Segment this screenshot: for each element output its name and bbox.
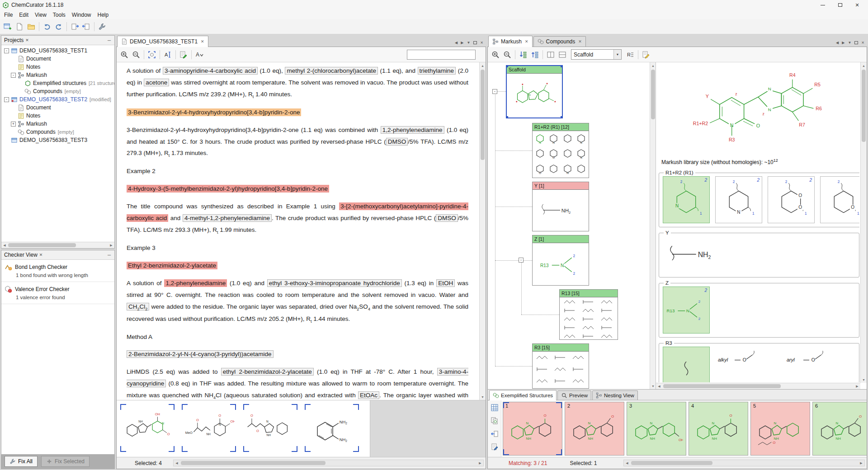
open-folder-button[interactable] (25, 21, 37, 33)
font-size-button[interactable]: A (193, 49, 205, 61)
rgroup-variant-thumb[interactable] (582, 299, 595, 306)
scroll-left-icon[interactable]: ◀ (656, 383, 662, 389)
rgroup-variant-thumb[interactable] (582, 316, 595, 324)
entity-annotation[interactable]: EtOAc (358, 391, 379, 399)
tab-close-icon[interactable]: ✕ (525, 39, 528, 44)
scroll-down-icon[interactable]: ▼ (650, 383, 656, 389)
entity-annotation[interactable]: 1,2-phenylenediamine (381, 126, 444, 134)
rgroup-variant-card[interactable]: R13N222 (663, 287, 710, 334)
scrollbar-thumb[interactable] (631, 461, 712, 465)
entity-annotation[interactable]: ethyl 2-benzimidazol-2-ylacetate (221, 368, 314, 376)
zoom-in-button[interactable] (490, 49, 501, 61)
rgroup-variant-thumb[interactable] (582, 333, 595, 339)
rgroup-variant-card[interactable]: N212 (663, 176, 710, 223)
rgroup-variant-thumb[interactable] (536, 354, 549, 362)
menu-edit[interactable]: Edit (16, 11, 32, 19)
rgroup-variant-thumb[interactable] (600, 333, 614, 339)
rgroup-variant-card[interactable]: OO212 (768, 176, 815, 223)
tab-scroll-right-icon[interactable]: ▶ (842, 41, 844, 45)
menu-view[interactable]: View (32, 11, 50, 19)
tree-item-notes[interactable]: Notes (1, 112, 114, 120)
expand-icon[interactable]: + (11, 122, 16, 127)
rgroup-variant-thumb[interactable] (536, 366, 549, 374)
rgroup-variant-thumb[interactable] (554, 378, 567, 385)
rgroup-variant-thumb[interactable]: N (562, 163, 573, 176)
entity-annotation[interactable]: triethylamine (418, 67, 456, 75)
text-select-button[interactable]: A (162, 49, 174, 61)
structure-card-pyridinone[interactable]: NHOHON (120, 404, 175, 452)
close-pane-icon[interactable]: ✕ (480, 41, 483, 45)
rgroup-variant-thumb[interactable] (536, 378, 549, 385)
tab-preview[interactable]: Preview (557, 390, 591, 400)
rgroup-variant-thumb[interactable] (600, 299, 614, 306)
highlighted-name-red[interactable]: Ethyl 2-benzimidazol-2-ylacetate (127, 262, 217, 269)
entity-annotation[interactable]: methyl 2-(chlorocarbonyl)acetate (285, 67, 377, 75)
entity-annotation[interactable]: ethyl 3-ethoxy-3-iminopropanoate hydroch… (267, 279, 402, 287)
scroll-right-icon[interactable]: ▶ (108, 242, 114, 248)
scrollbar-thumb[interactable] (862, 70, 866, 142)
menu-file[interactable]: File (1, 11, 16, 19)
exemplified-structure-3[interactable]: 3NNHOH (627, 402, 686, 456)
entity-annotation[interactable]: EtOH (436, 279, 455, 287)
entity-annotation[interactable]: DMSO (436, 214, 458, 222)
close-button[interactable]: ✕ (849, 0, 866, 9)
tab-scroll-right-icon[interactable]: ▶ (461, 41, 463, 45)
collapse-icon[interactable]: - (4, 48, 9, 53)
scroll-down-icon[interactable]: ▼ (480, 394, 486, 400)
entity-annotation[interactable]: acetone (144, 79, 169, 86)
tab-nesting-view[interactable]: Nesting View (592, 390, 638, 400)
scroll-up-icon[interactable]: ▲ (480, 62, 486, 69)
projects-panel-collapse-button[interactable]: ─ (106, 38, 113, 43)
scrollbar-thumb[interactable] (481, 70, 485, 160)
rgroup-variant-thumb[interactable] (572, 366, 585, 374)
tab-list-icon[interactable]: ▼ (848, 41, 851, 45)
import-structures-button[interactable] (489, 428, 500, 439)
tree-item-compounds[interactable]: Compounds[empty] (1, 128, 114, 136)
rgroup-variant[interactable]: NH2 (663, 236, 731, 273)
tree-item-demo-us6756383-test2[interactable]: -DEMO_US6756383_TEST2[modified] (1, 95, 114, 103)
scaffold-combobox[interactable]: Scaffold▼ (571, 49, 622, 60)
rgroup-variant-thumb[interactable]: N (535, 133, 545, 146)
redo-button[interactable] (53, 21, 65, 33)
scroll-right-icon[interactable]: ▶ (858, 460, 864, 466)
tree-item-notes[interactable]: Notes (1, 63, 114, 71)
detail-hscrollbar[interactable]: ◀ ▶ (656, 383, 860, 389)
maximize-button[interactable] (831, 0, 849, 9)
tree-item-demo-us6756383-test1[interactable]: -DEMO_US6756383_TEST1 (1, 47, 114, 55)
rgroup-variant-thumb[interactable] (600, 316, 614, 324)
layout-columns-button[interactable] (545, 49, 557, 61)
table-view-button[interactable] (489, 402, 500, 413)
rgroup-variant-thumb[interactable] (563, 299, 577, 306)
maximize-pane-icon[interactable] (473, 41, 477, 44)
new-project-button[interactable] (2, 21, 14, 33)
checker-panel-close-icon[interactable]: ✕ (39, 253, 43, 257)
scroll-left-icon[interactable]: ◀ (624, 460, 630, 466)
menu-window[interactable]: Window (69, 11, 94, 19)
tab-compounds[interactable]: Compounds✕ (533, 36, 586, 47)
import-document-button[interactable] (80, 21, 92, 33)
annotate-button[interactable] (178, 49, 189, 61)
tree-item-document[interactable]: Document (1, 55, 114, 63)
structure-card-chain[interactable]: MeOONHNOOH (182, 404, 236, 452)
rgroup-variant-card[interactable] (663, 347, 710, 382)
rgroup-variant-thumb[interactable] (600, 324, 614, 332)
checker-item[interactable]: !Valence Error Checker1 valence error fo… (1, 282, 114, 304)
scroll-right-icon[interactable]: ▶ (854, 383, 860, 389)
rgroup-variant-card[interactable]: O212 (820, 176, 859, 223)
scrollbar-thumb[interactable] (651, 70, 655, 119)
exemplified-hscrollbar[interactable]: ◀ ▶ (623, 460, 865, 466)
sort-structures-button[interactable] (517, 49, 529, 61)
highlighted-name-red[interactable]: 4-Hydroxy-3-(5-methylbenzimidazol-2-yl)h… (127, 185, 329, 193)
undo-button[interactable] (41, 21, 53, 33)
scroll-right-icon[interactable]: ▶ (477, 460, 483, 466)
entity-annotation[interactable]: 2-Benzimidazol-2-yl-N-(4-cyano(3-pyridyl… (127, 350, 274, 358)
entity-annotation[interactable]: CH2Cl2 (127, 303, 149, 310)
rgroup-variant-thumb[interactable] (535, 148, 545, 160)
chevron-down-icon[interactable]: ▼ (613, 50, 621, 59)
tools-wrench-button[interactable] (96, 21, 108, 33)
rgroup-variant-thumb[interactable] (576, 163, 586, 176)
structure-card-ester[interactable]: OONNH (243, 404, 297, 452)
rgroup-variant-thumb[interactable]: N (548, 133, 559, 146)
zoom-out-button[interactable] (501, 49, 513, 61)
tab-scroll-left-icon[interactable]: ◀ (836, 41, 839, 45)
